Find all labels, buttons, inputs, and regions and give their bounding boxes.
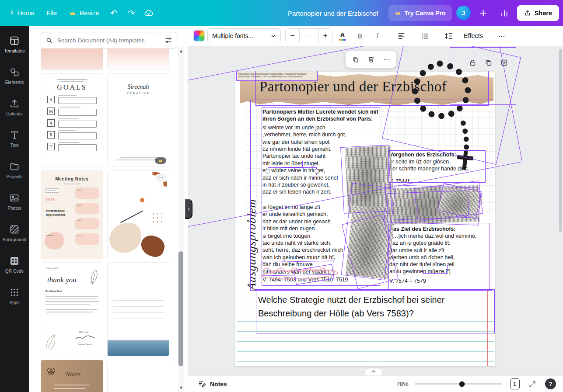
question-text-box[interactable]: Welche Strategie nutzt der Erzbischof be… bbox=[258, 293, 497, 320]
duplicate-icon bbox=[352, 56, 359, 63]
thankyou-date: 10 March, 2024 bbox=[45, 267, 58, 269]
add-page-icon bbox=[500, 59, 508, 67]
duplicate-button[interactable] bbox=[347, 52, 363, 66]
ziel-title: Das Ziel des Erzbischofs: bbox=[389, 225, 491, 232]
document-title[interactable]: Partonopier und der Erzbischof bbox=[288, 9, 378, 17]
templates-panel: GOALS S M A R T Sireenah CREATIVE Meetin… bbox=[29, 26, 188, 392]
bold-button[interactable]: B bbox=[353, 28, 367, 43]
zoom-slider[interactable] bbox=[415, 383, 502, 385]
spacing-button[interactable] bbox=[441, 28, 456, 43]
sidebar-item-templates[interactable]: Templates bbox=[0, 28, 29, 60]
ruled-line bbox=[237, 331, 494, 332]
template-thumb-thank-you[interactable]: 10 March, 2024 thank you Dr Juliana Silv… bbox=[41, 262, 103, 356]
text-color-glyph: A bbox=[340, 31, 345, 38]
redo-button[interactable]: ↷ bbox=[123, 5, 140, 21]
abstract-dot-shape bbox=[140, 198, 144, 202]
trash-icon bbox=[367, 56, 375, 63]
sidebar-item-apps[interactable]: Apps bbox=[0, 280, 29, 312]
template-thumb-meeting-notes[interactable]: Meeting Notes Speakers Jalene Siva Meeti… bbox=[41, 170, 103, 259]
ziel-text-box[interactable]: Das Ziel des Erzbischofs: „[…]ich merke … bbox=[389, 225, 491, 285]
list-button[interactable] bbox=[417, 28, 432, 43]
margin-line bbox=[487, 291, 488, 366]
font-size-value[interactable]: -- bbox=[300, 28, 318, 43]
panel-scrollbar-thumb[interactable] bbox=[178, 251, 183, 366]
template-thumb-abstract[interactable]: ⋯ bbox=[107, 170, 169, 259]
template-thumb-goals[interactable]: GOALS S M A R T bbox=[41, 73, 103, 167]
alignment-button[interactable] bbox=[394, 28, 409, 43]
goals-letter: A bbox=[47, 119, 55, 127]
text-color-button[interactable]: A bbox=[335, 28, 350, 43]
scroll-down-arrow[interactable]: ▼ bbox=[179, 386, 183, 390]
effects-button[interactable]: Effects bbox=[458, 28, 488, 43]
ruled-line bbox=[237, 341, 494, 342]
bulleted-list-icon bbox=[421, 32, 429, 40]
sidebar-item-background[interactable]: Background bbox=[0, 217, 29, 249]
template-thumb-watercolor-a[interactable] bbox=[41, 48, 103, 70]
share-button[interactable]: Share bbox=[517, 5, 559, 21]
ziel-line: daz an iu gotes gnâde lît: bbox=[389, 239, 491, 246]
sidebar: Templates Elements Uploads Text Projects… bbox=[0, 26, 29, 392]
notes-button[interactable]: Notes bbox=[195, 379, 230, 389]
vertical-annotation[interactable]: Ausgangsproblem bbox=[245, 144, 259, 291]
template-thumb-sireenah[interactable]: Sireenah CREATIVE bbox=[107, 73, 169, 167]
template-thumb-watercolor-b[interactable] bbox=[107, 48, 169, 70]
more-options-button[interactable]: ⋯ bbox=[379, 52, 395, 66]
avatar[interactable]: J bbox=[456, 6, 471, 20]
file-menu-button[interactable]: File bbox=[41, 6, 63, 21]
goals-letter: R bbox=[47, 131, 55, 139]
duplicate-page-icon bbox=[484, 59, 493, 67]
canvas-area[interactable]: Partonopier und der Erzbischof. Textgrun… bbox=[188, 46, 563, 375]
add-page-button[interactable] bbox=[500, 59, 508, 67]
font-name: Multiple fonts... bbox=[212, 32, 253, 39]
duplicate-page-button[interactable] bbox=[484, 59, 493, 67]
search-input[interactable] bbox=[56, 37, 161, 44]
sidebar-item-text[interactable]: Text bbox=[0, 123, 29, 154]
delete-button[interactable] bbox=[363, 52, 379, 66]
search-icon bbox=[45, 37, 53, 44]
font-size-increase-button[interactable]: + bbox=[318, 28, 332, 43]
panel-collapse-button[interactable]: ‹ bbox=[185, 199, 192, 219]
ziel-line: daz niht der tiufel sînen teil bbox=[389, 261, 491, 268]
template-thumb-kraft-notes[interactable]: Notes bbox=[41, 360, 103, 392]
floating-context-toolbar: ⋯ bbox=[346, 51, 396, 68]
text-toolbar: Multiple fonts... − -- + A B I bbox=[188, 26, 563, 46]
lock-button[interactable] bbox=[469, 59, 477, 67]
undo-button[interactable]: ↶ bbox=[105, 5, 122, 21]
share-icon bbox=[524, 10, 531, 17]
pro-crown-badge bbox=[155, 157, 166, 164]
sidebar-item-qr-code[interactable]: QR Code bbox=[0, 249, 29, 280]
zoom-slider-thumb[interactable] bbox=[459, 381, 465, 387]
share-label: Share bbox=[535, 10, 552, 17]
template-thumb-blue-band[interactable] bbox=[107, 262, 169, 356]
toolbar-collapse-button[interactable] bbox=[365, 368, 382, 375]
resize-button[interactable]: Resize bbox=[63, 6, 105, 21]
home-label: Home bbox=[17, 10, 35, 17]
canvas-scrollbar-thumb[interactable] bbox=[559, 49, 562, 232]
sidebar-item-uploads[interactable]: Uploads bbox=[0, 91, 29, 123]
page-indicator-button[interactable]: 1 bbox=[510, 378, 520, 389]
home-button[interactable]: ‹ Home bbox=[4, 5, 40, 21]
text-color-gradient-bar bbox=[339, 39, 346, 41]
font-size-decrease-button[interactable]: − bbox=[285, 28, 300, 43]
sidebar-item-photos[interactable]: Photos bbox=[0, 186, 29, 217]
lock-icon bbox=[469, 59, 477, 67]
template-thumb-white[interactable] bbox=[107, 360, 169, 392]
italic-button[interactable]: I bbox=[370, 28, 385, 43]
template-options-button[interactable]: ⋯ bbox=[156, 174, 166, 182]
color-picker-tile[interactable] bbox=[193, 30, 205, 42]
sidebar-item-label: QR Code bbox=[5, 269, 24, 274]
editor: Multiple fonts... − -- + A B I bbox=[188, 26, 563, 392]
try-canva-pro-button[interactable]: Try Canva Pro bbox=[388, 5, 452, 21]
fullscreen-button[interactable]: ⤢ bbox=[527, 379, 538, 389]
sidebar-item-elements[interactable]: Elements bbox=[0, 60, 29, 91]
help-button[interactable]: ? bbox=[545, 378, 556, 389]
sidebar-item-projects[interactable]: Projects bbox=[0, 154, 29, 186]
font-family-dropdown[interactable]: Multiple fonts... bbox=[207, 28, 281, 43]
topbar-right: Try Canva Pro J + Share bbox=[388, 0, 559, 26]
insights-button[interactable] bbox=[496, 5, 513, 21]
add-member-button[interactable]: + bbox=[475, 5, 492, 21]
rosary-image[interactable] bbox=[389, 55, 490, 178]
scroll-up-arrow[interactable]: ▲ bbox=[179, 49, 183, 53]
filter-icon[interactable] bbox=[164, 36, 172, 44]
toolbar-more-button[interactable]: ⋯ bbox=[494, 28, 509, 43]
